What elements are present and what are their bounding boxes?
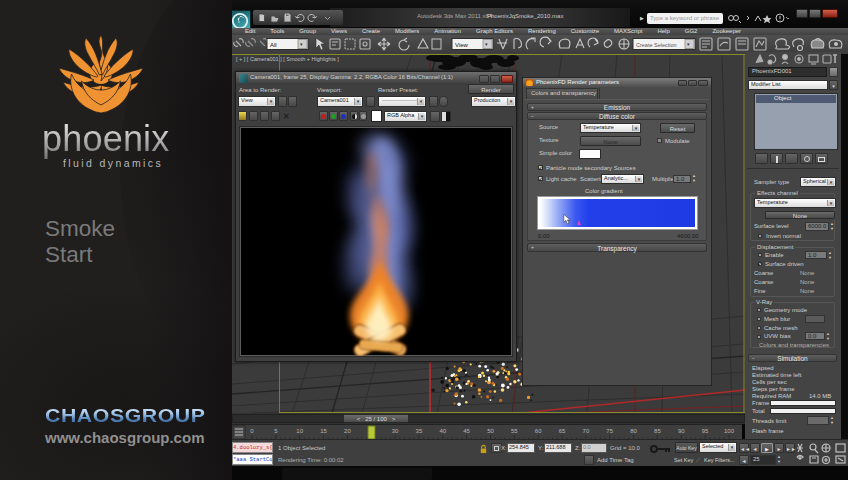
svg-text:50: 50	[487, 428, 494, 434]
svg-text:40: 40	[439, 428, 446, 434]
svg-text:90: 90	[678, 428, 685, 434]
svg-text:15: 15	[320, 428, 327, 434]
svg-text:30: 30	[392, 428, 399, 434]
svg-text:20: 20	[344, 428, 351, 434]
svg-text:65: 65	[559, 428, 566, 434]
svg-text:All: All	[270, 42, 277, 48]
svg-text:55: 55	[511, 428, 518, 434]
svg-text:75: 75	[606, 428, 613, 434]
svg-text:70: 70	[583, 428, 590, 434]
svg-text:View: View	[455, 42, 469, 48]
svg-text:45: 45	[463, 428, 470, 434]
svg-text:85: 85	[654, 428, 661, 434]
svg-text:100: 100	[724, 428, 735, 434]
svg-text:Create Selection: Create Selection	[636, 42, 677, 48]
svg-text:95: 95	[702, 428, 709, 434]
svg-text:35: 35	[416, 428, 423, 434]
svg-text:80: 80	[630, 428, 637, 434]
svg-text:10: 10	[296, 428, 303, 434]
svg-text:60: 60	[535, 428, 542, 434]
